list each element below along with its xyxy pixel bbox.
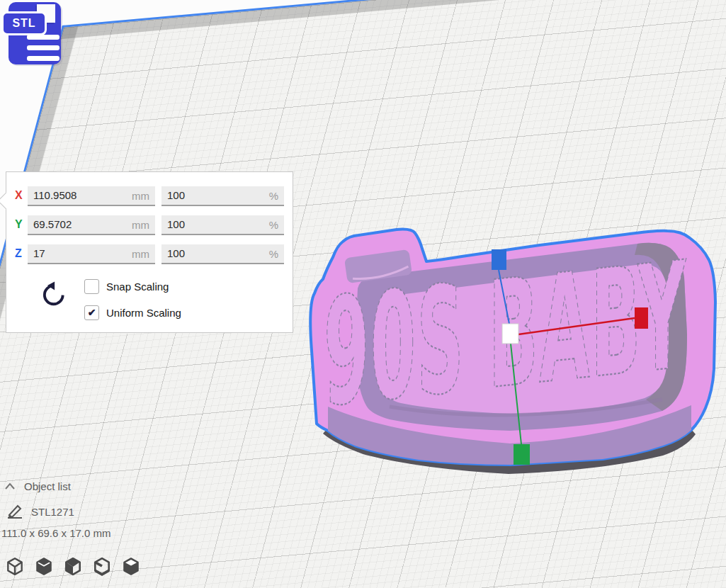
camera-view-toolbar	[4, 555, 142, 577]
chevron-up-icon	[4, 482, 16, 490]
axis-y-label: Y	[15, 218, 28, 231]
pencil-icon	[6, 503, 24, 520]
view-top-button[interactable]	[62, 555, 84, 577]
snap-scaling-checkbox[interactable]	[84, 279, 99, 294]
view-3d-button[interactable]	[4, 555, 25, 577]
uniform-scaling-checkbox[interactable]: ✔	[84, 305, 99, 320]
stl-badge: STL	[1, 11, 47, 35]
document-line-icon	[27, 45, 59, 50]
cube-outline-icon	[92, 556, 112, 576]
model-90s-baby[interactable]: 90S BABY	[305, 221, 726, 487]
stl-file-icon: STL	[0, 0, 67, 71]
object-item-name: STL1271	[31, 506, 74, 518]
snap-scaling-label: Snap Scaling	[106, 281, 169, 293]
scale-y-mm-input[interactable]	[28, 215, 155, 234]
reset-scale-button[interactable]	[38, 278, 69, 312]
scale-row-z: Z mm %	[6, 244, 293, 264]
scale-row-y: Y mm %	[6, 215, 293, 235]
scale-x-mm-input[interactable]	[28, 186, 155, 205]
model-dimensions-readout: 111.0 x 69.6 x 17.0 mm	[1, 527, 111, 539]
object-list-item[interactable]: STL1271	[0, 503, 74, 520]
scale-x-percent-input[interactable]	[161, 186, 284, 205]
scale-handle-y-green[interactable]	[514, 444, 530, 465]
scale-handle-z-blue[interactable]	[492, 249, 506, 270]
scale-row-x: X mm %	[6, 186, 293, 206]
view-right-button[interactable]	[120, 555, 142, 577]
object-list-title: Object list	[24, 480, 71, 492]
reset-arrow-icon	[40, 281, 66, 309]
build-plate-edge-band-top	[61, 0, 726, 39]
cube-solid-icon	[34, 556, 54, 576]
axis-z-label: Z	[15, 247, 28, 260]
collapse-object-list-button[interactable]	[4, 482, 16, 492]
document-line-icon	[27, 56, 59, 61]
scale-y-percent-input[interactable]	[161, 215, 284, 234]
document-line-icon	[27, 35, 59, 40]
scale-z-mm-input[interactable]	[28, 244, 155, 263]
scale-handle-x-red[interactable]	[635, 307, 648, 329]
cube-top-shaded-icon	[121, 556, 141, 576]
view-left-button[interactable]	[91, 555, 113, 577]
scale-z-percent-input[interactable]	[161, 244, 284, 263]
scale-handle-center-white[interactable]	[502, 324, 518, 344]
view-front-button[interactable]	[33, 555, 55, 577]
uniform-scaling-label: Uniform Scaling	[106, 307, 181, 319]
axis-x-label: X	[15, 189, 28, 202]
cube-wireframe-icon	[5, 556, 25, 576]
scale-tool-panel: X mm % Y mm % Z mm %	[6, 171, 293, 333]
cube-left-shaded-icon	[63, 556, 83, 576]
